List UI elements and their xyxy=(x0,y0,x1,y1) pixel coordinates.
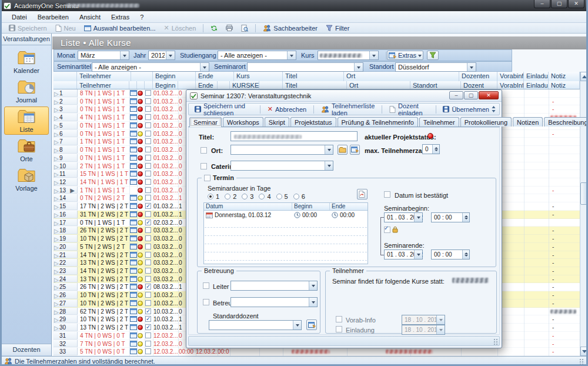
row-expander-icon[interactable]: ▷ xyxy=(54,260,59,267)
form-window-icon[interactable] xyxy=(130,316,137,323)
print-button[interactable] xyxy=(222,24,236,33)
seminardauer-radio-2[interactable]: 2 xyxy=(225,193,236,200)
radio-icon[interactable] xyxy=(293,194,299,199)
chevron-down-icon[interactable] xyxy=(436,325,445,334)
tab-prüfung-teilnehmerinfo[interactable]: Prüfung & Teilnehmerinfo xyxy=(338,117,418,127)
row-expander-icon[interactable]: ▷ xyxy=(54,171,59,178)
row-expander-icon[interactable]: ▷ xyxy=(54,212,59,218)
row-expander-icon[interactable]: ▷ xyxy=(54,301,59,307)
form-window-icon[interactable] xyxy=(130,163,137,170)
row-expander-icon[interactable]: ▷ xyxy=(54,179,59,186)
row-checkbox[interactable] xyxy=(145,292,151,298)
abbrechen-button[interactable]: ✕ Abbrechen xyxy=(264,105,310,114)
tab-skript[interactable]: Skript xyxy=(265,117,289,127)
seminarort-select[interactable] xyxy=(247,62,363,72)
monat-select[interactable]: März xyxy=(78,51,129,60)
vertical-scrollbar[interactable] xyxy=(580,72,588,356)
row-expander-icon[interactable]: ▷ xyxy=(54,139,59,145)
tab-seminar[interactable]: Seminar xyxy=(189,117,222,127)
row-expander-icon[interactable]: ▷ xyxy=(54,284,59,291)
tab-notizen[interactable]: Notizen xyxy=(513,117,543,127)
neu-button[interactable]: Neu xyxy=(52,24,79,33)
close-button[interactable]: ✕ xyxy=(568,0,584,8)
form-window-icon[interactable] xyxy=(130,268,137,275)
header-cell-notiz[interactable]: Notiz xyxy=(549,72,580,81)
row-checkbox[interactable] xyxy=(145,252,151,258)
chevron-down-icon[interactable] xyxy=(467,63,476,71)
row-checkbox[interactable] xyxy=(145,195,151,201)
form-window-icon[interactable] xyxy=(130,122,137,129)
header-cell-titel[interactable]: Titel xyxy=(283,81,347,89)
spinner-buttons[interactable] xyxy=(432,145,439,154)
chevron-down-icon[interactable] xyxy=(287,51,296,59)
form-window-icon[interactable] xyxy=(130,171,137,178)
menu-datei[interactable]: Datei xyxy=(6,12,32,22)
row-expander-icon[interactable]: ▷ xyxy=(54,91,59,97)
row-checkbox[interactable] xyxy=(145,187,151,193)
termin-generate-button[interactable] xyxy=(357,189,368,199)
radio-icon[interactable] xyxy=(259,194,265,199)
row-checkbox[interactable] xyxy=(145,98,151,104)
dialog-titlebar[interactable]: Seminar 12307: Veranstaltungstechnik – ▢… xyxy=(186,90,502,102)
row-checkbox[interactable] xyxy=(145,219,151,225)
row-checkbox[interactable] xyxy=(145,114,151,120)
leiter-select[interactable] xyxy=(230,281,318,291)
termin-header-beginn[interactable]: Beginn xyxy=(292,203,330,210)
row-expander-icon[interactable]: ▷ xyxy=(54,325,59,331)
einladung-date-picker[interactable]: 18 . 10 . 2011 xyxy=(402,325,445,335)
seminarbeginn-time-spinner[interactable]: 00 : 00 xyxy=(431,212,470,222)
row-checkbox[interactable] xyxy=(145,90,151,96)
dialog-minimize-button[interactable]: – xyxy=(449,91,463,99)
extras-button[interactable]: Extras xyxy=(387,51,423,60)
sidebar-item-liste[interactable]: Liste xyxy=(4,107,49,135)
seminardauer-radio-4[interactable]: 4 xyxy=(259,193,270,200)
row-expander-icon[interactable]: ▷ xyxy=(54,115,59,121)
minimize-button[interactable]: – xyxy=(534,0,550,8)
row-expander-icon[interactable]: ▷ xyxy=(54,292,59,299)
header-cell-kurskey[interactable]: KURSKEY xyxy=(230,81,259,89)
row-expander-icon[interactable]: ▷ xyxy=(54,204,59,210)
row-checkbox[interactable] xyxy=(145,308,151,314)
betreuer-checkbox[interactable] xyxy=(203,299,209,305)
radio-icon[interactable] xyxy=(276,194,282,199)
vorab-info-checkbox[interactable] xyxy=(336,316,342,322)
row-expander-icon[interactable]: ▷ xyxy=(54,164,59,170)
catering-select[interactable] xyxy=(230,161,333,171)
radio-icon[interactable] xyxy=(208,194,213,199)
tab-protokollierung[interactable]: Protokollierung xyxy=(460,117,512,127)
header-cell-teilnehmer[interactable]: Teilnehmer xyxy=(77,81,129,89)
chevron-down-icon[interactable] xyxy=(293,321,301,330)
sidebar-item-journal[interactable]: Journal xyxy=(4,77,49,105)
tab-workshops[interactable]: Workshops xyxy=(223,117,263,127)
header-cell-beginn[interactable]: Beginn xyxy=(153,81,178,89)
row-expander-icon[interactable]: ▷ xyxy=(54,123,59,129)
row-expander-icon[interactable]: ▷ xyxy=(54,309,59,315)
row-checkbox[interactable] xyxy=(145,203,151,209)
sidebar-item-vorlage[interactable]: Vorlage xyxy=(4,165,49,194)
spinner-buttons[interactable] xyxy=(462,250,469,259)
loeschen-button[interactable]: ✕ Löschen xyxy=(161,24,200,33)
row-checkbox[interactable] xyxy=(145,122,151,128)
titel-input[interactable] xyxy=(230,131,358,141)
row-checkbox[interactable] xyxy=(145,211,151,217)
row-expander-icon[interactable]: ▷ xyxy=(54,244,59,251)
standarddozent-select[interactable] xyxy=(209,320,302,330)
row-checkbox[interactable] xyxy=(145,179,151,185)
header-cell-titel[interactable]: Titel xyxy=(283,72,344,81)
sidebar-item-orte[interactable]: Orte xyxy=(4,136,49,164)
header-cell-dozenten[interactable]: Dozenten xyxy=(459,72,497,81)
termin-table-row[interactable]: Donnerstag, 01.03.12 00:00 00:00 xyxy=(204,211,368,219)
standort-select[interactable]: Düsseldorf xyxy=(395,62,476,72)
row-expander-icon[interactable]: ▷ xyxy=(54,252,59,259)
seminarende-time-spinner[interactable]: 00 : 00 xyxy=(431,249,470,259)
header-cell-einladung[interactable]: Einladung xyxy=(524,81,549,89)
form-window-icon[interactable] xyxy=(130,308,137,315)
chevron-down-icon[interactable] xyxy=(436,315,445,324)
menu-ansicht[interactable]: Ansicht xyxy=(74,12,106,22)
row-expander-icon[interactable]: ▷ xyxy=(54,131,59,138)
sidebar-footer-dozenten[interactable]: Dozenten xyxy=(2,344,51,355)
row-expander-icon[interactable]: ▷ xyxy=(54,236,59,242)
chevron-down-icon[interactable] xyxy=(200,63,209,71)
header-cell-ort[interactable]: Ort xyxy=(344,72,459,81)
maximize-button[interactable]: ▢ xyxy=(551,0,567,8)
